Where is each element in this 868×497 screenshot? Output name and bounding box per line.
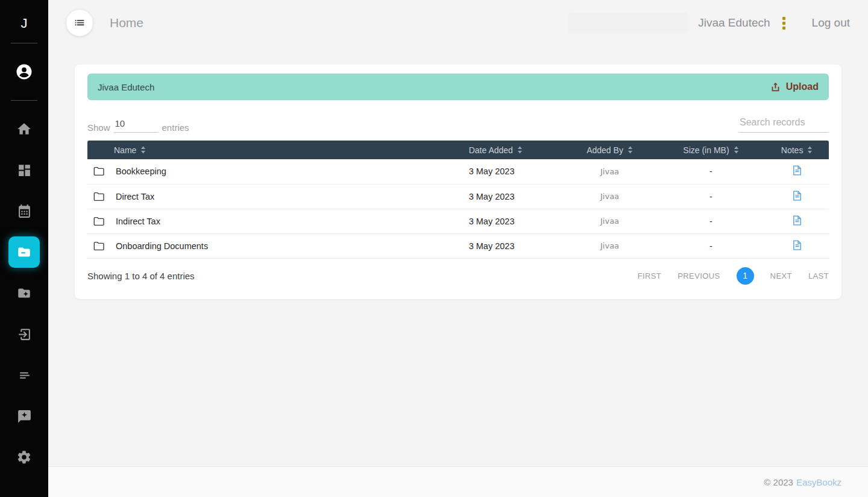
date-added: 3 May 2023 — [461, 233, 563, 258]
sort-icon — [734, 146, 739, 154]
date-added: 3 May 2023 — [461, 184, 563, 209]
table-row: Bookkeeping 3 May 2023 Jivaa - — [87, 159, 829, 184]
table-header-row: Name Date Added Added By Size (in MB) — [87, 141, 829, 159]
document-icon — [791, 164, 804, 177]
panel-header: Jivaa Edutech Upload — [87, 74, 829, 100]
main-content: Home Jivaa Edutech Log out Jivaa Edutech… — [48, 0, 868, 497]
added-by: Jivaa — [562, 233, 656, 258]
column-header-name[interactable]: Name — [87, 141, 461, 159]
folder-name: Indirect Tax — [116, 217, 160, 226]
table-row: Indirect Tax 3 May 2023 Jivaa - — [87, 209, 829, 233]
table-footer: Showing 1 to 4 of 4 entries FIRST PREVIO… — [87, 267, 829, 285]
added-by: Jivaa — [562, 209, 656, 233]
page-size-input[interactable] — [114, 117, 159, 133]
pagination-first[interactable]: FIRST — [638, 271, 662, 280]
notes-button[interactable] — [790, 238, 805, 255]
folder-link[interactable]: Direct Tax — [92, 190, 461, 203]
folder-icon — [92, 190, 105, 203]
column-header-size[interactable]: Size (in MB) — [657, 141, 766, 159]
panel-title: Jivaa Edutech — [98, 82, 154, 92]
upload-button[interactable]: Upload — [770, 81, 819, 93]
calendar-icon[interactable] — [8, 195, 40, 227]
document-icon — [791, 189, 804, 202]
more-options-icon[interactable] — [780, 14, 788, 32]
divider — [11, 43, 37, 43]
page-footer: © 2023 EasyBookz — [48, 466, 868, 497]
sidebar: J — [0, 0, 48, 497]
upload-icon — [770, 81, 781, 93]
divider — [11, 100, 37, 101]
column-header-notes[interactable]: Notes — [765, 141, 829, 159]
folder-name: Onboarding Documents — [116, 241, 208, 251]
table-row: Onboarding Documents 3 May 2023 Jivaa - — [87, 233, 829, 258]
table-controls: Show entries — [87, 116, 829, 133]
folder-icon — [92, 215, 105, 228]
account-name[interactable]: Jivaa Edutech — [698, 16, 770, 30]
brand-logo: J — [21, 14, 28, 33]
folder-name: Bookkeeping — [116, 166, 166, 176]
pagination-current-page[interactable]: 1 — [737, 267, 754, 285]
copyright-text: © 2023 — [764, 477, 793, 487]
gear-icon[interactable] — [8, 442, 40, 473]
folder-icon — [92, 165, 105, 178]
column-header-added-by[interactable]: Added By — [562, 141, 656, 159]
notes-button[interactable] — [790, 163, 805, 180]
brand-link[interactable]: EasyBookz — [796, 477, 841, 487]
menu-toggle-button[interactable] — [66, 10, 93, 36]
document-icon — [791, 239, 804, 252]
size-value: - — [657, 209, 766, 233]
added-by: Jivaa — [562, 184, 656, 209]
sort-icon — [140, 146, 146, 154]
documents-folder-icon[interactable] — [8, 236, 40, 268]
list-icon — [73, 16, 86, 30]
dashboard-icon[interactable] — [8, 154, 40, 186]
folder-star-icon[interactable] — [8, 277, 40, 309]
account-circle-icon[interactable] — [8, 56, 40, 87]
message-star-icon[interactable] — [8, 400, 40, 432]
date-added: 3 May 2023 — [461, 209, 563, 233]
pagination-previous[interactable]: PREVIOUS — [678, 271, 720, 280]
top-header: Home Jivaa Edutech Log out — [48, 0, 868, 46]
show-label: Show — [87, 122, 110, 133]
sort-icon — [627, 146, 633, 154]
redacted-region — [568, 13, 687, 33]
page-title: Home — [110, 16, 143, 30]
notes-button[interactable] — [790, 188, 805, 205]
lines-icon[interactable] — [8, 359, 40, 391]
pagination: FIRST PREVIOUS 1 NEXT LAST — [638, 267, 829, 285]
column-header-date-added[interactable]: Date Added — [461, 141, 563, 159]
folder-name: Direct Tax — [116, 192, 154, 201]
document-icon — [791, 214, 804, 227]
added-by: Jivaa — [562, 159, 656, 184]
size-value: - — [657, 233, 766, 258]
folder-link[interactable]: Indirect Tax — [92, 215, 461, 228]
home-icon[interactable] — [8, 113, 40, 145]
logout-link[interactable]: Log out — [812, 16, 850, 30]
documents-panel: Jivaa Edutech Upload Show entries — [75, 65, 841, 299]
table-row: Direct Tax 3 May 2023 Jivaa - — [87, 184, 829, 209]
sort-icon — [807, 146, 813, 154]
entries-summary: Showing 1 to 4 of 4 entries — [87, 271, 195, 281]
folder-icon — [92, 239, 105, 253]
size-value: - — [657, 159, 766, 184]
search-input[interactable] — [738, 116, 829, 133]
sort-icon — [517, 146, 523, 154]
folder-link[interactable]: Onboarding Documents — [92, 239, 461, 253]
date-added: 3 May 2023 — [461, 159, 563, 184]
pagination-next[interactable]: NEXT — [770, 271, 792, 280]
folder-link[interactable]: Bookkeeping — [92, 165, 461, 178]
entries-label: entries — [162, 122, 189, 133]
notes-button[interactable] — [790, 213, 805, 230]
documents-table: Name Date Added Added By Size (in MB) — [87, 141, 829, 259]
login-icon[interactable] — [8, 318, 40, 350]
pagination-last[interactable]: LAST — [808, 271, 829, 280]
size-value: - — [657, 184, 766, 209]
